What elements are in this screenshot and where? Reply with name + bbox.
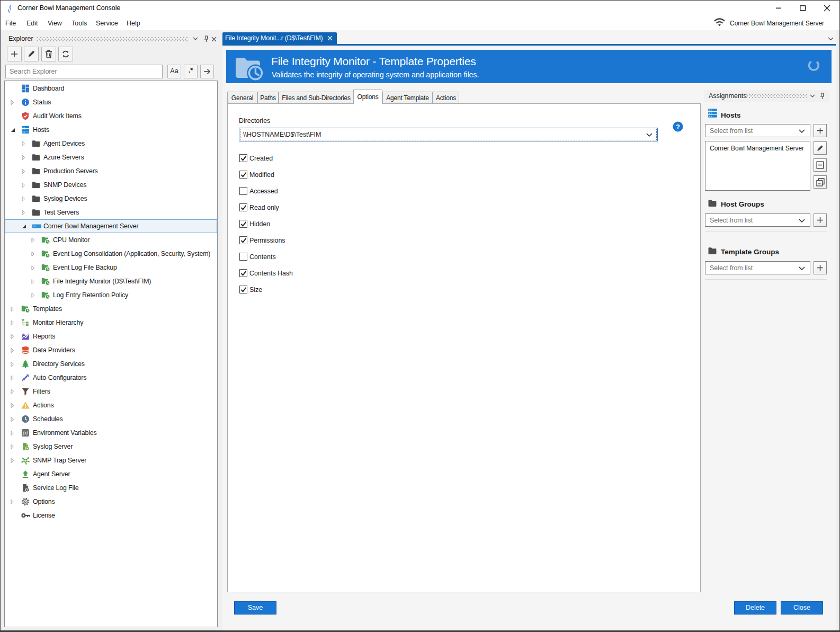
svg-text:(x): (x) (23, 431, 28, 435)
svg-text:?: ? (676, 123, 680, 131)
